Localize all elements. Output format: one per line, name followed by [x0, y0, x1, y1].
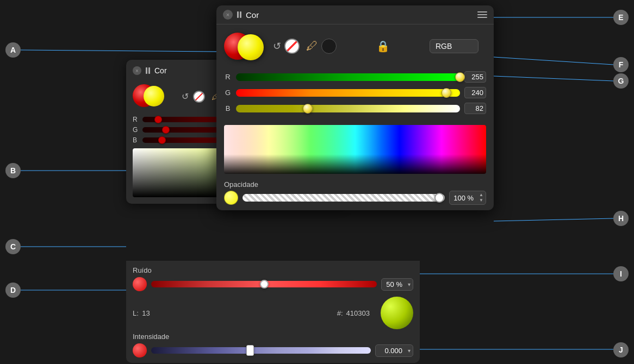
annotation-D: D: [5, 283, 21, 298]
ruido-label: Ruído: [133, 266, 413, 274]
back-swap-icon[interactable]: ↺: [182, 91, 189, 102]
ruido-circle: [133, 277, 147, 291]
close-button[interactable]: ×: [223, 10, 233, 20]
back-b-thumb[interactable]: [158, 136, 166, 144]
ruido-row: 50 % ▾: [133, 277, 413, 291]
intensidade-track[interactable]: [151, 347, 371, 354]
swatch-yellow[interactable]: [238, 34, 264, 60]
opacity-row: 100 % ▲ ▼: [224, 191, 486, 205]
back-b-label: B: [133, 136, 139, 144]
annotation-H: H: [613, 211, 629, 226]
ruido-value-container: 50 % ▾: [381, 278, 413, 291]
hash-value: 410303: [346, 309, 370, 317]
black-circle[interactable]: [321, 39, 337, 54]
r-value-input[interactable]: [464, 71, 486, 83]
info-right: #: 410303: [337, 309, 370, 317]
ruido-track[interactable]: [151, 281, 377, 287]
opacity-down-arrow[interactable]: ▼: [479, 198, 483, 203]
annotation-I: I: [613, 266, 629, 281]
g-slider-row: G: [224, 87, 486, 98]
intensidade-circle: [133, 343, 147, 357]
color-ball: [381, 297, 413, 329]
intensidade-label: Intensidade: [133, 332, 413, 341]
back-swatch-yellow[interactable]: [144, 86, 164, 106]
panel-title: Cor: [246, 10, 259, 20]
back-pause-button[interactable]: [146, 67, 150, 74]
r-slider-track[interactable]: [236, 73, 460, 81]
no-color-circle[interactable]: [284, 39, 300, 54]
intensidade-dropdown-arrow[interactable]: ▾: [406, 347, 413, 355]
back-swap-arrows: ↺: [182, 91, 189, 102]
ruido-dropdown-arrow[interactable]: ▾: [406, 280, 413, 288]
annotation-E: E: [613, 10, 629, 25]
panel-header: × Cor: [216, 5, 494, 24]
r-slider-row: R: [224, 71, 486, 83]
r-label: R: [224, 73, 232, 81]
info-left: L: 13: [133, 308, 337, 318]
svg-line-7: [494, 218, 613, 221]
intensidade-thumb[interactable]: [246, 345, 254, 356]
opacity-label: Opacidade: [224, 180, 486, 189]
l-value: 13: [142, 309, 150, 317]
opacity-value-container: 100 % ▲ ▼: [449, 191, 486, 204]
opacity-thumb[interactable]: [434, 193, 444, 203]
opacity-circle: [224, 191, 238, 205]
bottom-section: Ruído 50 % ▾ L: 13 #: 410303 Intensidade: [126, 261, 420, 363]
svg-line-6: [494, 76, 613, 81]
annotation-F: F: [613, 57, 629, 72]
color-swatches: [224, 30, 268, 62]
intensidade-section: Intensidade 0.000 ▾: [133, 332, 413, 357]
back-panel-title: Cor: [154, 66, 167, 75]
eyedropper-icon[interactable]: 🖊: [306, 39, 318, 53]
ruido-thumb[interactable]: [260, 280, 269, 288]
svg-line-0: [21, 50, 216, 52]
b-slider-track[interactable]: [236, 105, 460, 112]
lock-icon[interactable]: 🔒: [376, 40, 390, 53]
lock-container: 🔒: [340, 40, 426, 53]
color-mode-dropdown[interactable]: RGB: [430, 39, 478, 53]
back-g-label: G: [133, 126, 139, 134]
back-r-label: R: [133, 116, 139, 123]
r-slider-thumb[interactable]: [455, 72, 465, 82]
back-close-button[interactable]: ×: [133, 66, 141, 75]
back-r-thumb[interactable]: [154, 116, 162, 123]
header-left: × Cor: [223, 10, 259, 20]
annotation-A: A: [5, 42, 21, 58]
opacity-value: 100 %: [450, 192, 477, 204]
g-slider-track[interactable]: [236, 89, 460, 97]
opacity-track[interactable]: [243, 194, 445, 202]
g-value-input[interactable]: [464, 87, 486, 98]
main-panel: × Cor ↺ 🖊 🔒 RGB: [216, 5, 494, 210]
b-value-input[interactable]: [464, 103, 486, 114]
opacity-up-arrow[interactable]: ▲: [479, 192, 483, 198]
color-picker-canvas[interactable]: [224, 125, 486, 174]
menu-button[interactable]: [477, 11, 487, 18]
ruido-section: Ruído 50 % ▾: [133, 266, 413, 291]
swap-icon[interactable]: ↺: [273, 40, 281, 52]
opacity-section: Opacidade 100 % ▲ ▼: [216, 177, 494, 210]
svg-line-5: [494, 57, 613, 65]
ruido-value: 50 %: [382, 279, 406, 290]
intensidade-row: 0.000 ▾: [133, 343, 413, 357]
pause-button[interactable]: [237, 11, 241, 18]
back-color-swatches: [133, 81, 176, 111]
intensidade-value-container: 0.000 ▾: [375, 344, 413, 357]
back-g-thumb[interactable]: [162, 126, 170, 134]
sliders-section: R G B: [216, 68, 494, 122]
back-no-color-circle[interactable]: [193, 91, 205, 103]
annotation-J: J: [613, 342, 629, 357]
g-slider-thumb[interactable]: [442, 88, 451, 98]
g-label: G: [224, 89, 232, 97]
opacity-stepper[interactable]: ▲ ▼: [477, 191, 486, 204]
b-slider-thumb[interactable]: [303, 104, 313, 114]
annotation-C: C: [5, 239, 21, 254]
l-label: L:: [133, 309, 139, 317]
b-label: B: [224, 104, 232, 112]
annotation-G: G: [613, 73, 629, 89]
annotation-B: B: [5, 163, 21, 178]
intensidade-value: 0.000: [376, 345, 406, 356]
info-row: L: 13 #: 410303: [133, 297, 413, 329]
color-tools-row: ↺ 🖊 🔒 RGB: [216, 24, 494, 68]
hash-label: #:: [337, 309, 343, 317]
b-slider-row: B: [224, 103, 486, 114]
